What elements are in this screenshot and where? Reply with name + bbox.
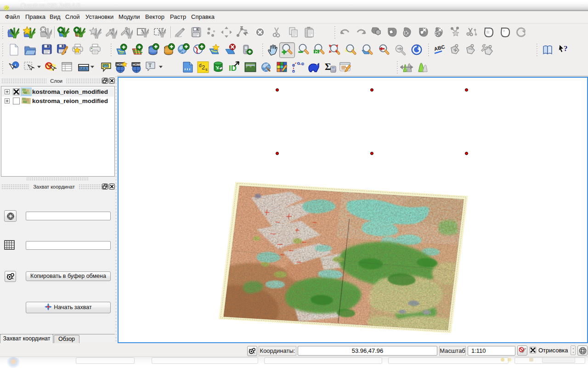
svg-text:HOME: HOME — [133, 63, 142, 66]
svg-text:Σ: Σ — [325, 61, 331, 72]
svg-text:?: ? — [564, 44, 568, 53]
svg-text:2: 2 — [202, 64, 205, 71]
svg-text:s: s — [205, 67, 208, 72]
svg-text:d: d — [199, 63, 202, 68]
svg-text:ABC: ABC — [434, 44, 446, 52]
svg-text:T: T — [148, 62, 152, 69]
